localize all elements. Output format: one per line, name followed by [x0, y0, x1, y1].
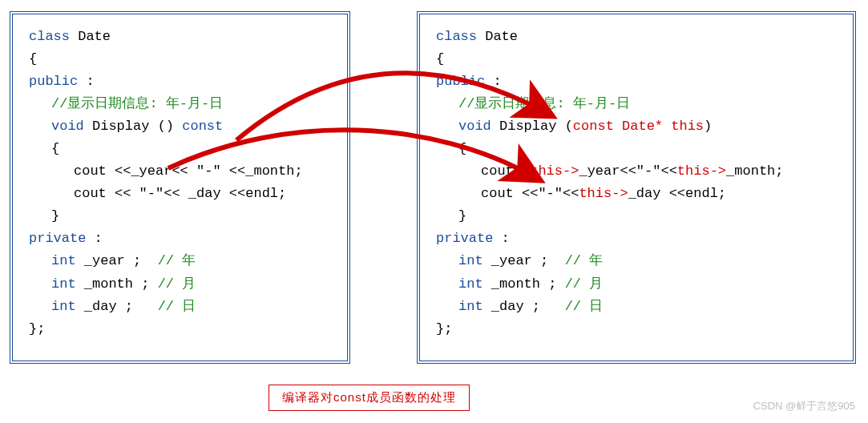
code-line: } [29, 205, 331, 228]
code-line: void Display () const [29, 115, 331, 138]
code-line: { [29, 48, 331, 70]
code-line: { [436, 48, 837, 70]
code-line: int _year ; // 年 [29, 250, 331, 272]
code-line: public : [436, 70, 837, 93]
code-line: int _month ; // 月 [436, 273, 837, 296]
code-line: { [436, 138, 837, 160]
code-line: private : [436, 228, 837, 250]
code-comment: //显示日期信息: 年-月-日 [29, 93, 331, 115]
code-line: cout <<_year<< "-" <<_month; [29, 160, 331, 183]
code-line: } [436, 205, 837, 228]
code-line: { [29, 138, 331, 160]
code-line: private : [29, 228, 331, 250]
code-line: class Date [29, 26, 331, 48]
watermark: CSDN @鲜于言悠905 [753, 399, 855, 413]
code-line: cout << "-"<< _day <<endl; [29, 183, 331, 205]
code-line: int _day ; // 日 [436, 296, 837, 318]
code-line: void Display (const Date* this) [436, 115, 837, 138]
code-line: cout<<this->_year<<"-"<<this->_month; [436, 160, 837, 183]
code-line: int _day ; // 日 [29, 296, 331, 318]
code-line: public : [29, 70, 331, 93]
code-line: class Date [436, 26, 837, 48]
code-line: }; [436, 318, 837, 340]
code-line: cout <<"-"<<this->_day <<endl; [436, 183, 837, 205]
code-line: int _month ; // 月 [29, 273, 331, 296]
code-comment: //显示日期信息: 年-月-日 [436, 93, 837, 115]
code-line: int _year ; // 年 [436, 250, 837, 272]
code-line: }; [29, 318, 331, 340]
code-box-left: class Date { public : //显示日期信息: 年-月-日 vo… [10, 11, 350, 364]
caption: 编译器对const成员函数的处理 [268, 385, 470, 411]
code-box-right: class Date { public : //显示日期信息: 年-月-日 vo… [417, 11, 856, 364]
